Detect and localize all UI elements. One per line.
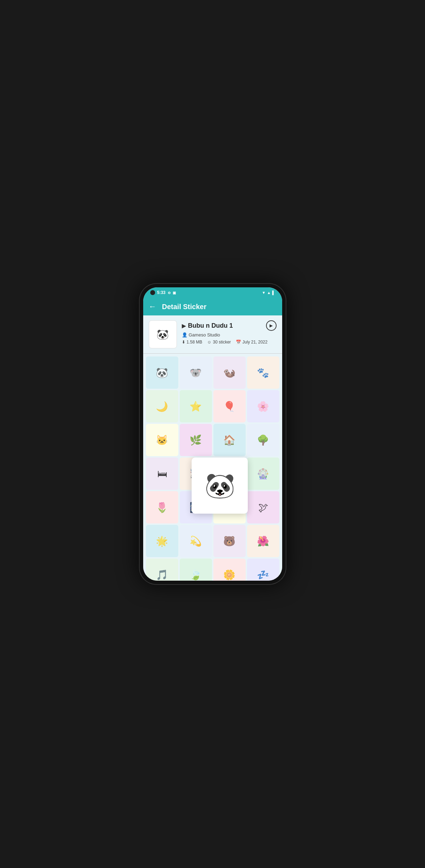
app-bar-title: Detail Sticker (162, 303, 207, 311)
pack-header: 🐼 ▶ Bubu n Dudu 1 ▶ 👤 Gameso Studio (143, 315, 282, 354)
sticker-grid-wrapper: 🐼🐨🦦🐾🌙⭐🎈🌸🐱🌿🏠🌳🛏🎠🌊🎡🌷🎆🦡🕊🌟💫🐻🌺🎵🍃🌼💤🌻🎋 🐼 (143, 354, 282, 581)
sticker-item[interactable]: 🏠 (213, 424, 246, 456)
sticker-item[interactable]: ⭐ (180, 390, 212, 422)
sticker-item[interactable]: 🌸 (247, 390, 279, 422)
sticker-emoji: 🌸 (257, 401, 269, 412)
sticker-emoji: 🍃 (190, 569, 202, 581)
sticker-emoji: 🦦 (223, 367, 235, 379)
sticker-item[interactable]: 🌙 (146, 390, 178, 422)
sticker-emoji: ⭐ (190, 401, 202, 412)
sticker-item[interactable]: 🌼 (213, 559, 246, 581)
pack-name: Bubu n Dudu 1 (188, 322, 233, 329)
pack-meta: ⬇ 1.58 MB ☺ 30 sticker 📅 July 21, 2022 (182, 340, 277, 345)
sticker-item[interactable]: 🎡 (247, 458, 279, 490)
sticker-emoji: 🎵 (156, 569, 168, 581)
sticker-emoji: 💤 (257, 569, 269, 581)
sticker-emoji: 🌼 (223, 569, 235, 581)
wifi-icon: ▼ (262, 291, 266, 295)
camera-dot (150, 290, 155, 295)
sticker-emoji: 🏠 (223, 434, 235, 446)
sticker-item[interactable]: 💤 (247, 559, 279, 581)
sticker-emoji: 🌳 (257, 434, 269, 446)
sticker-item[interactable]: 🍃 (180, 559, 212, 581)
preview-emoji: 🐼 (205, 471, 235, 500)
count-icon: ☺ (207, 340, 211, 345)
phone-screen: 5:33 ⊖ ▣ ▼ ▲ ▌ ← Detail Sticker 🐼 (143, 287, 282, 581)
meta-count: ☺ 30 sticker (207, 340, 231, 345)
sticker-emoji: 🌷 (156, 502, 168, 513)
sticker-emoji: 🐾 (257, 367, 269, 379)
size-icon: ⬇ (182, 340, 185, 345)
pack-thumbnail: 🐼 (149, 320, 177, 348)
sticker-item[interactable]: 🐨 (180, 356, 212, 389)
sticker-item[interactable]: 💫 (180, 525, 212, 557)
sticker-emoji: 🌟 (156, 535, 168, 547)
sticker-item[interactable]: 🐻 (213, 525, 246, 557)
sticker-item[interactable]: 🦦 (213, 356, 246, 389)
meta-date: 📅 July 21, 2022 (236, 340, 267, 345)
pack-name-row: ▶ Bubu n Dudu 1 ▶ (182, 320, 277, 331)
sticker-emoji: 🐨 (190, 367, 202, 379)
sticker-item[interactable]: 🐼 (146, 356, 178, 389)
author-icon: 👤 (182, 332, 187, 338)
sticker-item[interactable]: 🕊 (247, 491, 279, 523)
time-display: 5:33 (157, 290, 166, 295)
sticker-preview-overlay: 🐼 (192, 458, 248, 514)
pack-author: 👤 Gameso Studio (182, 332, 277, 338)
sticker-emoji: 🌿 (190, 434, 202, 446)
sticker-emoji: 🎡 (257, 468, 269, 480)
date-icon: 📅 (236, 340, 241, 345)
play-button[interactable]: ▶ (266, 320, 277, 331)
count-value: 30 sticker (213, 340, 231, 345)
sticker-item[interactable]: 🌿 (180, 424, 212, 456)
sticker-emoji: 💫 (190, 535, 202, 547)
app-bar: ← Detail Sticker (143, 298, 282, 315)
sticker-item[interactable]: 🛏 (146, 458, 178, 490)
sticker-emoji: 🕊 (258, 502, 268, 513)
sticker-emoji: 🐱 (156, 434, 168, 446)
sticker-item[interactable]: 🐱 (146, 424, 178, 456)
size-value: 1.58 MB (187, 340, 202, 345)
sticker-emoji: 🌺 (257, 535, 269, 547)
pack-name-with-icon: ▶ Bubu n Dudu 1 (182, 322, 233, 329)
back-button[interactable]: ← (149, 302, 157, 311)
sticker-item[interactable]: 🐾 (247, 356, 279, 389)
sticker-emoji: 🌙 (156, 401, 168, 412)
sticker-emoji: 🐻 (223, 535, 235, 547)
sticker-emoji: 🐼 (156, 367, 168, 379)
phone-shell: 5:33 ⊖ ▣ ▼ ▲ ▌ ← Detail Sticker 🐼 (139, 283, 286, 585)
pack-play-icon: ▶ (182, 322, 186, 329)
date-value: July 21, 2022 (243, 340, 267, 345)
sticker-item[interactable]: 🌳 (247, 424, 279, 456)
main-content: 🐼 ▶ Bubu n Dudu 1 ▶ 👤 Gameso Studio (143, 315, 282, 581)
sticker-item[interactable]: 🌺 (247, 525, 279, 557)
signal-icon: ▲ (267, 291, 271, 295)
pack-info: ▶ Bubu n Dudu 1 ▶ 👤 Gameso Studio ⬇ 1.58… (182, 320, 277, 345)
author-name: Gameso Studio (189, 332, 220, 338)
status-left: 5:33 ⊖ ▣ (150, 290, 176, 295)
status-icon-2: ▣ (173, 291, 176, 295)
sticker-item[interactable]: 🌷 (146, 491, 178, 523)
status-bar: 5:33 ⊖ ▣ ▼ ▲ ▌ (143, 287, 282, 298)
meta-size: ⬇ 1.58 MB (182, 340, 202, 345)
sticker-item[interactable]: 🎈 (213, 390, 246, 422)
sticker-item[interactable]: 🎵 (146, 559, 178, 581)
status-right: ▼ ▲ ▌ (262, 291, 275, 295)
battery-icon: ▌ (272, 291, 275, 295)
sticker-emoji: 🎈 (223, 401, 235, 412)
sticker-emoji: 🛏 (157, 468, 167, 480)
status-icon-1: ⊖ (168, 291, 171, 295)
thumbnail-emoji: 🐼 (157, 329, 169, 340)
sticker-item[interactable]: 🌟 (146, 525, 178, 557)
